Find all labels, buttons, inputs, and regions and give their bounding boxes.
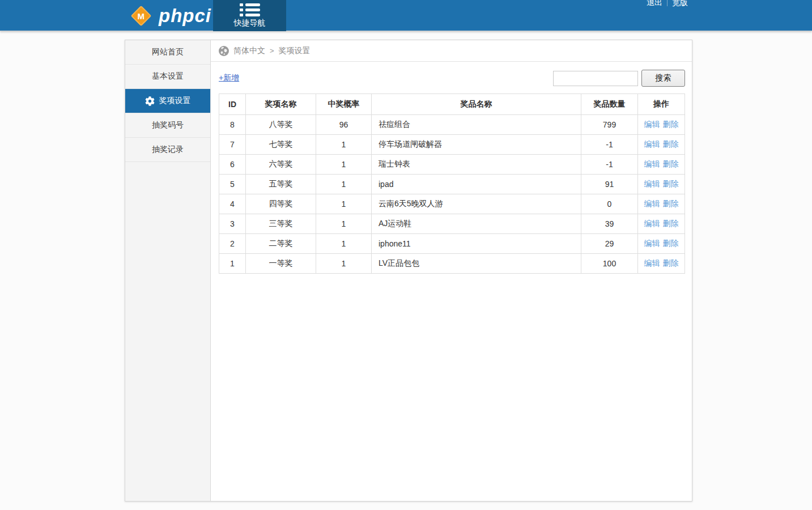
- table-header-row: ID 奖项名称 中奖概率 奖品名称 奖品数量 操作: [219, 94, 685, 115]
- cell-quantity: 100: [581, 254, 638, 274]
- top-header: M phpci 快捷导航 退出 宽版: [0, 0, 812, 31]
- cell-prize-name: 瑞士钟表: [372, 155, 581, 175]
- sidebar-item-label: 抽奖记录: [152, 144, 184, 155]
- cell-actions: 编辑删除: [638, 234, 685, 254]
- edit-link[interactable]: 编辑: [644, 258, 660, 267]
- cell-quantity: 799: [581, 115, 638, 135]
- table-row: 8八等奖96祛痘组合799编辑删除: [219, 115, 685, 135]
- breadcrumb: 简体中文 > 奖项设置: [211, 40, 692, 62]
- cell-id: 2: [219, 234, 246, 254]
- cell-id: 6: [219, 155, 246, 175]
- edit-link[interactable]: 编辑: [644, 179, 660, 188]
- sidebar-item-prize-settings[interactable]: 奖项设置: [125, 89, 210, 113]
- wide-version-link[interactable]: 宽版: [668, 0, 692, 8]
- cell-id: 5: [219, 175, 246, 194]
- table-row: 2二等奖1iphone1129编辑删除: [219, 234, 685, 254]
- edit-link[interactable]: 编辑: [644, 239, 660, 248]
- cell-award-name: 六等奖: [246, 155, 316, 175]
- cell-award-name: 二等奖: [246, 234, 316, 254]
- globe-icon: [219, 46, 229, 56]
- table-row: 4四等奖1云南6天5晚双人游0编辑删除: [219, 194, 685, 214]
- sidebar-item-label: 网站首页: [152, 47, 184, 57]
- cell-probability: 1: [316, 254, 372, 274]
- app-logo[interactable]: M phpci: [129, 0, 211, 31]
- search-area: 搜索: [553, 70, 685, 87]
- cell-quantity: -1: [581, 135, 638, 155]
- cell-probability: 1: [316, 214, 372, 234]
- edit-link[interactable]: 编辑: [644, 159, 660, 168]
- delete-link[interactable]: 删除: [663, 258, 679, 267]
- breadcrumb-current-page: 奖项设置: [279, 46, 311, 56]
- sidebar-item-basic-settings[interactable]: 基本设置: [125, 65, 210, 89]
- list-icon: [240, 3, 260, 16]
- sidebar-item-lottery-codes[interactable]: 抽奖码号: [125, 113, 210, 138]
- cell-id: 4: [219, 194, 246, 214]
- cell-prize-name: 祛痘组合: [372, 115, 581, 135]
- col-header-actions: 操作: [638, 94, 685, 115]
- search-input[interactable]: [553, 71, 638, 86]
- cell-actions: 编辑删除: [638, 155, 685, 175]
- cell-probability: 1: [316, 135, 372, 155]
- gear-icon: [145, 96, 155, 106]
- cell-actions: 编辑删除: [638, 254, 685, 274]
- table-body: 8八等奖96祛痘组合799编辑删除7七等奖1停车场道闸破解器-1编辑删除6六等奖…: [219, 115, 685, 274]
- cell-award-name: 八等奖: [246, 115, 316, 135]
- delete-link[interactable]: 删除: [663, 120, 679, 129]
- content-area: 简体中文 > 奖项设置 +新增 搜索 ID 奖项名称 中奖概率 奖品名称: [211, 40, 692, 501]
- logo-badge-letter: M: [138, 11, 145, 20]
- cell-award-name: 七等奖: [246, 135, 316, 155]
- cell-award-name: 五等奖: [246, 175, 316, 194]
- edit-link[interactable]: 编辑: [644, 219, 660, 228]
- cell-actions: 编辑删除: [638, 135, 685, 155]
- cell-probability: 96: [316, 115, 372, 135]
- col-header-quantity: 奖品数量: [581, 94, 638, 115]
- delete-link[interactable]: 删除: [663, 239, 679, 248]
- main-container: 网站首页基本设置奖项设置抽奖码号抽奖记录 简体中文 > 奖项设置 +新增 搜索: [125, 40, 692, 502]
- cell-probability: 1: [316, 194, 372, 214]
- sidebar-item-home[interactable]: 网站首页: [125, 40, 210, 65]
- sidebar-item-label: 抽奖码号: [152, 120, 184, 130]
- add-new-link[interactable]: +新增: [219, 73, 239, 83]
- cell-award-name: 一等奖: [246, 254, 316, 274]
- cell-probability: 1: [316, 155, 372, 175]
- cell-id: 8: [219, 115, 246, 135]
- table-row: 6六等奖1瑞士钟表-1编辑删除: [219, 155, 685, 175]
- logo-text: phpci: [159, 5, 211, 27]
- search-button[interactable]: 搜索: [641, 70, 685, 87]
- delete-link[interactable]: 删除: [663, 219, 679, 228]
- table-row: 1一等奖1LV正品包包100编辑删除: [219, 254, 685, 274]
- logo-diamond-icon: M: [131, 5, 152, 26]
- toolbar: +新增 搜索: [211, 62, 692, 91]
- cell-id: 1: [219, 254, 246, 274]
- edit-link[interactable]: 编辑: [644, 199, 660, 208]
- cell-actions: 编辑删除: [638, 214, 685, 234]
- cell-prize-name: 云南6天5晚双人游: [372, 194, 581, 214]
- col-header-award-name: 奖项名称: [246, 94, 316, 115]
- cell-prize-name: 停车场道闸破解器: [372, 135, 581, 155]
- prize-table: ID 奖项名称 中奖概率 奖品名称 奖品数量 操作 8八等奖96祛痘组合799编…: [219, 94, 685, 274]
- cell-award-name: 四等奖: [246, 194, 316, 214]
- cell-quantity: 29: [581, 234, 638, 254]
- sidebar-item-lottery-records[interactable]: 抽奖记录: [125, 138, 210, 162]
- delete-link[interactable]: 删除: [663, 139, 679, 148]
- quick-nav-label: 快捷导航: [234, 18, 266, 28]
- cell-prize-name: AJ运动鞋: [372, 214, 581, 234]
- col-header-prize-name: 奖品名称: [372, 94, 581, 115]
- cell-quantity: 91: [581, 175, 638, 194]
- edit-link[interactable]: 编辑: [644, 139, 660, 148]
- cell-probability: 1: [316, 234, 372, 254]
- table-row: 5五等奖1ipad91编辑删除: [219, 175, 685, 194]
- header-top-links: 退出 宽版: [642, 0, 692, 8]
- cell-actions: 编辑删除: [638, 115, 685, 135]
- cell-id: 3: [219, 214, 246, 234]
- breadcrumb-language[interactable]: 简体中文: [233, 46, 265, 56]
- edit-link[interactable]: 编辑: [644, 120, 660, 129]
- delete-link[interactable]: 删除: [663, 179, 679, 188]
- delete-link[interactable]: 删除: [663, 159, 679, 168]
- cell-prize-name: iphone11: [372, 234, 581, 254]
- cell-quantity: 39: [581, 214, 638, 234]
- quick-nav-tab[interactable]: 快捷导航: [213, 0, 286, 31]
- logout-link[interactable]: 退出: [642, 0, 667, 8]
- delete-link[interactable]: 删除: [663, 199, 679, 208]
- cell-actions: 编辑删除: [638, 175, 685, 194]
